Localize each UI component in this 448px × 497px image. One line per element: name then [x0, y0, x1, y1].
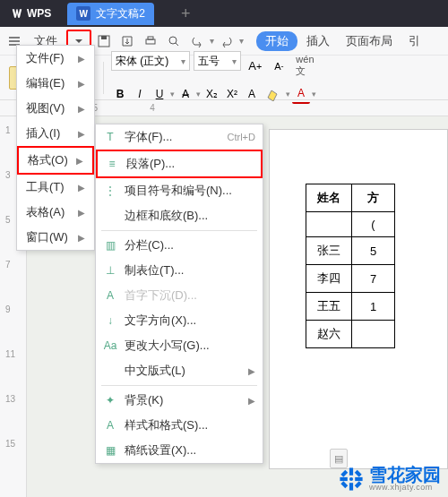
table-cell[interactable]: 5	[352, 237, 395, 265]
tab-ref[interactable]: 引	[401, 33, 427, 49]
submenu-item-icon: ⊥	[103, 263, 117, 278]
redo-icon[interactable]	[216, 31, 237, 51]
char-effect-icon[interactable]: A	[243, 85, 261, 103]
submenu-item-icon: ▥	[103, 238, 117, 253]
italic-icon[interactable]: I	[131, 85, 149, 103]
svg-rect-16	[355, 481, 362, 488]
doc-tab[interactable]: W 文字文稿2	[67, 3, 154, 25]
font-color-icon[interactable]: A	[292, 84, 310, 104]
table-cell[interactable]: 张三	[306, 237, 352, 265]
ruler-mark: 5	[5, 215, 11, 225]
chevron-right-icon: ▶	[78, 233, 85, 243]
undo-icon[interactable]	[186, 31, 208, 51]
font-size-select[interactable]: 五号▾	[194, 51, 241, 71]
svg-rect-2	[146, 39, 155, 44]
submenu-item[interactable]: ✦背景(K)▶	[96, 388, 263, 413]
table-cell[interactable]: (	[352, 212, 395, 237]
document-table[interactable]: 姓名方 ( 张三5 李四7 王五1 赵六	[306, 184, 395, 348]
chevron-right-icon: ▶	[78, 208, 85, 218]
preview-icon[interactable]	[163, 31, 185, 51]
submenu-item[interactable]: ≡段落(P)...	[96, 150, 263, 178]
chevron-right-icon: ▶	[78, 79, 85, 89]
menu-item-label: 插入(I)	[26, 125, 60, 141]
submenu-item-label: 稿纸设置(X)...	[125, 442, 196, 458]
subscript-icon[interactable]: X₂	[202, 85, 221, 103]
ruler-mark: 7	[5, 260, 11, 270]
table-cell[interactable]: 王五	[306, 293, 352, 321]
submenu-item[interactable]: ⋮项目符号和编号(N)...	[96, 178, 263, 203]
table-cell[interactable]	[306, 212, 352, 237]
submenu-item-label: 字体(F)...	[125, 129, 172, 145]
submenu-item-label: 边框和底纹(B)...	[125, 208, 208, 224]
underline-icon[interactable]: U	[151, 85, 168, 103]
submenu-item[interactable]: ↓文字方向(X)...	[96, 308, 263, 333]
menu-item[interactable]: 格式(O)▶	[17, 146, 94, 175]
menu-item-label: 文件(F)	[26, 50, 65, 66]
titlebar: WPS W 文字文稿2 +	[0, 0, 448, 27]
table-cell[interactable]: 1	[352, 293, 395, 321]
submenu-item[interactable]: ▦稿纸设置(X)...	[96, 438, 263, 463]
menu-item-label: 格式(O)	[28, 152, 68, 168]
chevron-right-icon: ▶	[78, 183, 85, 193]
menu-item[interactable]: 表格(A)▶	[17, 200, 94, 225]
submenu-item[interactable]: Aa更改大小写(G)...	[96, 333, 263, 358]
tab-insert[interactable]: 插入	[299, 33, 337, 49]
strikethrough-icon[interactable]: A̶	[177, 85, 194, 103]
new-tab-button[interactable]: +	[181, 4, 191, 23]
tab-start[interactable]: 开始	[256, 31, 297, 51]
tab-layout[interactable]: 页面布局	[339, 33, 400, 49]
submenu-item-label: 分栏(C)...	[125, 237, 174, 253]
menu-separator	[101, 230, 257, 231]
wps-logo: WPS	[5, 7, 56, 20]
redo-dropdown-icon[interactable]: ▾	[239, 36, 244, 46]
menu-item[interactable]: 视图(V)▶	[17, 96, 94, 121]
menu-item[interactable]: 编辑(E)▶	[17, 71, 94, 96]
ruler-mark: 1	[5, 125, 11, 135]
submenu-item[interactable]: T字体(F)...Ctrl+D	[96, 124, 263, 150]
increase-font-icon[interactable]: A+	[245, 51, 265, 81]
menu-item[interactable]: 工具(T)▶	[17, 175, 94, 200]
submenu-item-label: 项目符号和编号(N)...	[125, 183, 232, 199]
save-icon[interactable]	[93, 31, 115, 51]
svg-rect-17	[355, 469, 362, 476]
print-icon[interactable]	[140, 31, 161, 51]
table-cell[interactable]: 方	[352, 184, 395, 212]
wps-icon	[11, 7, 23, 20]
submenu-item-label: 中文版式(L)	[125, 363, 185, 379]
export-icon[interactable]	[116, 31, 138, 51]
table-cell[interactable]: 7	[352, 265, 395, 293]
menu-item[interactable]: 文件(F)▶	[17, 46, 94, 71]
bold-icon[interactable]: B	[111, 85, 129, 103]
submenu-item[interactable]: ⊥制表位(T)...	[96, 258, 263, 283]
undo-dropdown-icon[interactable]: ▾	[210, 36, 214, 46]
superscript-icon[interactable]: X²	[223, 85, 241, 103]
ruler-mark: 11	[5, 349, 15, 359]
watermark-url: www.xhjaty.com	[369, 484, 441, 492]
chevron-right-icon: ▶	[76, 156, 83, 166]
table-cell[interactable]: 赵六	[306, 321, 352, 348]
menu-item-label: 工具(T)	[26, 179, 65, 195]
decrease-font-icon[interactable]: A-	[269, 51, 289, 81]
submenu-item-label: 更改大小写(G)...	[125, 338, 210, 354]
watermark-title: 雪花家园	[369, 466, 441, 484]
submenu-item-label: 文字方向(X)...	[125, 313, 196, 329]
highlight-icon[interactable]	[263, 84, 284, 104]
table-cell[interactable]: 李四	[306, 265, 352, 293]
submenu-item[interactable]: A样式和格式(S)...	[96, 413, 263, 438]
phonetic-icon[interactable]: wén文	[292, 51, 317, 81]
table-cell[interactable]: 姓名	[306, 184, 352, 212]
separator	[103, 62, 104, 94]
app-name: WPS	[27, 7, 51, 20]
submenu-item-icon: Aa	[103, 338, 117, 353]
menu-item[interactable]: 插入(I)▶	[17, 121, 94, 146]
table-cell[interactable]	[352, 321, 395, 348]
font-name-select[interactable]: 宋体 (正文)▾	[111, 51, 190, 71]
submenu-item[interactable]: ▥分栏(C)...	[96, 233, 263, 258]
chevron-right-icon: ▶	[78, 104, 85, 114]
menu-item[interactable]: 窗口(W)▶	[17, 225, 94, 250]
submenu-item[interactable]: 边框和底纹(B)...	[96, 203, 263, 228]
svg-point-4	[169, 37, 177, 44]
submenu-item[interactable]: 中文版式(L)▶	[96, 358, 263, 383]
page[interactable]: 姓名方 ( 张三5 李四7 王五1 赵六	[269, 129, 448, 469]
submenu-item-icon	[103, 209, 117, 223]
